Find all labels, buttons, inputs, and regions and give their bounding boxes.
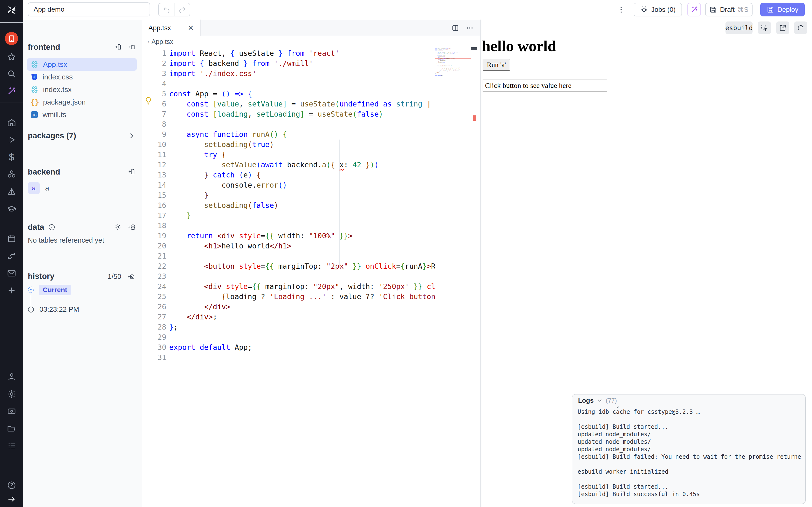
breadcrumb[interactable]: › App.tsx bbox=[142, 36, 480, 47]
app-name-input[interactable] bbox=[28, 2, 150, 16]
split-view-icon[interactable] bbox=[451, 24, 459, 32]
log-line: esbuild worker initialized bbox=[577, 468, 801, 475]
overview-ruler-error-mark bbox=[473, 115, 476, 121]
add-folder-icon[interactable] bbox=[128, 43, 135, 50]
code-line: 15 } bbox=[142, 190, 435, 201]
select-cursor-icon bbox=[761, 24, 768, 32]
ai-wand-icon[interactable] bbox=[0, 86, 23, 96]
draft-label: Draft bbox=[720, 6, 735, 13]
external-link-icon bbox=[779, 24, 786, 32]
code-area[interactable]: 1import React, { useState } from 'react'… bbox=[142, 47, 480, 507]
code-line: 16 setLoading(false) bbox=[142, 201, 435, 211]
more-menu-button[interactable] bbox=[616, 3, 626, 16]
add-plus-icon[interactable] bbox=[0, 285, 23, 296]
folders-icon[interactable] bbox=[0, 423, 23, 434]
run-a-button[interactable]: Run 'a' bbox=[483, 59, 510, 71]
flows-route-icon[interactable] bbox=[0, 250, 23, 261]
variables-dollar-icon[interactable]: $ bbox=[0, 152, 23, 163]
user-icon[interactable] bbox=[0, 371, 23, 382]
file-item-wmill-ts[interactable]: TS wmill.ts bbox=[27, 108, 137, 121]
ai-assistant-button[interactable] bbox=[687, 3, 701, 16]
minimap[interactable]: import React, { useState } from 'react'i… bbox=[435, 48, 471, 135]
mail-icon[interactable] bbox=[0, 268, 23, 279]
add-file-icon[interactable] bbox=[114, 43, 122, 50]
add-file-icon[interactable] bbox=[128, 168, 135, 175]
code-line: 9 async function runA() { bbox=[142, 129, 435, 139]
jobs-button[interactable]: Jobs (0) bbox=[633, 3, 682, 16]
undo-icon bbox=[162, 5, 171, 14]
search-icon[interactable] bbox=[0, 68, 23, 79]
schedule-calendar-icon[interactable] bbox=[0, 233, 23, 244]
backend-section-tools bbox=[128, 168, 135, 175]
home-icon[interactable] bbox=[0, 117, 23, 128]
code-line: 17 } bbox=[142, 211, 435, 221]
help-icon[interactable] bbox=[0, 480, 23, 491]
data-empty-text: No tables referenced yet bbox=[28, 236, 104, 244]
collapse-arrow-icon[interactable] bbox=[0, 495, 23, 504]
learn-grad-cap-icon[interactable] bbox=[0, 204, 23, 214]
windmill-app-editor: $ Jobs (0) Draft ⌘S bbox=[0, 0, 812, 507]
add-snapshot-camera-icon[interactable] bbox=[128, 273, 135, 280]
code-line: 10 setLoading(true) bbox=[142, 139, 435, 150]
refresh-icon bbox=[797, 24, 805, 32]
workers-icon[interactable] bbox=[0, 406, 23, 416]
logs-header: Logs (77) bbox=[572, 394, 805, 406]
file-item-package-json[interactable]: {} package.json bbox=[27, 96, 137, 108]
typescript-icon: TS bbox=[31, 111, 38, 119]
log-line bbox=[577, 475, 801, 483]
left-icon-rail: $ bbox=[0, 0, 23, 507]
history-entry-label: Current bbox=[39, 285, 71, 295]
file-item-index-tsx[interactable]: index.tsx bbox=[27, 83, 137, 96]
logs-count: (77) bbox=[606, 397, 617, 404]
file-name: wmill.ts bbox=[43, 111, 66, 119]
chevron-down-icon[interactable] bbox=[597, 397, 603, 404]
react-icon bbox=[31, 86, 39, 94]
file-item-app-tsx[interactable]: App.tsx bbox=[27, 58, 137, 71]
logs-list-icon[interactable] bbox=[0, 441, 23, 451]
save-icon bbox=[767, 6, 774, 13]
code-lines[interactable]: 1import React, { useState } from 'react'… bbox=[142, 48, 435, 362]
react-icon bbox=[31, 60, 39, 68]
svg-text:TS: TS bbox=[32, 113, 37, 117]
code-line: 5const App = () => { bbox=[142, 89, 435, 99]
file-item-index-css[interactable]: 3 index.css bbox=[27, 71, 137, 83]
inspect-element-button[interactable] bbox=[758, 21, 771, 34]
redo-button[interactable] bbox=[174, 3, 190, 16]
value-display-box: Click button to see value here bbox=[483, 79, 607, 92]
undo-button[interactable] bbox=[159, 3, 174, 16]
logs-panel[interactable]: Logs (77) Initializing esbuild worker...… bbox=[572, 394, 806, 504]
code-line: 21 bbox=[142, 251, 435, 261]
script-name: a bbox=[45, 184, 49, 192]
backend-script-item-a[interactable]: a a bbox=[28, 182, 49, 194]
code-line: 24 <div style={{ marginTop: "20px", widt… bbox=[142, 282, 435, 292]
favorites-star-icon[interactable] bbox=[0, 52, 23, 62]
open-external-button[interactable] bbox=[776, 21, 789, 34]
deploy-button[interactable]: Deploy bbox=[760, 3, 805, 16]
runs-play-icon[interactable] bbox=[0, 134, 23, 145]
chevron-icon: › bbox=[147, 38, 150, 46]
resources-cubes-icon[interactable] bbox=[0, 169, 23, 180]
windmill-logo-icon[interactable] bbox=[0, 3, 23, 17]
code-line: 22 <button style={{ marginTop: "2px" }} … bbox=[142, 261, 435, 271]
logs-title[interactable]: Logs bbox=[578, 397, 594, 404]
packages-expand[interactable] bbox=[128, 132, 135, 139]
code-line: 12 setValue(await backend.a({ x: 42 })) bbox=[142, 160, 435, 170]
packages-section-title[interactable]: packages (7) bbox=[28, 131, 76, 140]
workspace-badge[interactable] bbox=[5, 32, 18, 45]
gear-icon[interactable] bbox=[114, 224, 121, 231]
code-line: 26 </div> bbox=[142, 302, 435, 312]
tab-app-tsx[interactable]: App.tsx ✕ bbox=[142, 19, 201, 36]
refresh-button[interactable] bbox=[794, 21, 807, 34]
schedules-prism-icon[interactable] bbox=[0, 186, 23, 197]
code-line: 31 bbox=[142, 352, 435, 362]
log-line: updated node_modules/ bbox=[577, 431, 801, 438]
scrollbar-thumb[interactable] bbox=[471, 47, 477, 50]
code-line: 20 <h1>hello world</h1> bbox=[142, 241, 435, 251]
draft-button[interactable]: Draft ⌘S bbox=[705, 3, 753, 16]
code-line: 4 bbox=[142, 79, 435, 89]
tab-close-icon[interactable]: ✕ bbox=[188, 24, 194, 32]
undo-redo-group bbox=[158, 3, 190, 16]
editor-more-icon[interactable] bbox=[466, 24, 474, 32]
settings-gear-icon[interactable] bbox=[0, 389, 23, 399]
add-database-icon[interactable] bbox=[128, 224, 135, 231]
